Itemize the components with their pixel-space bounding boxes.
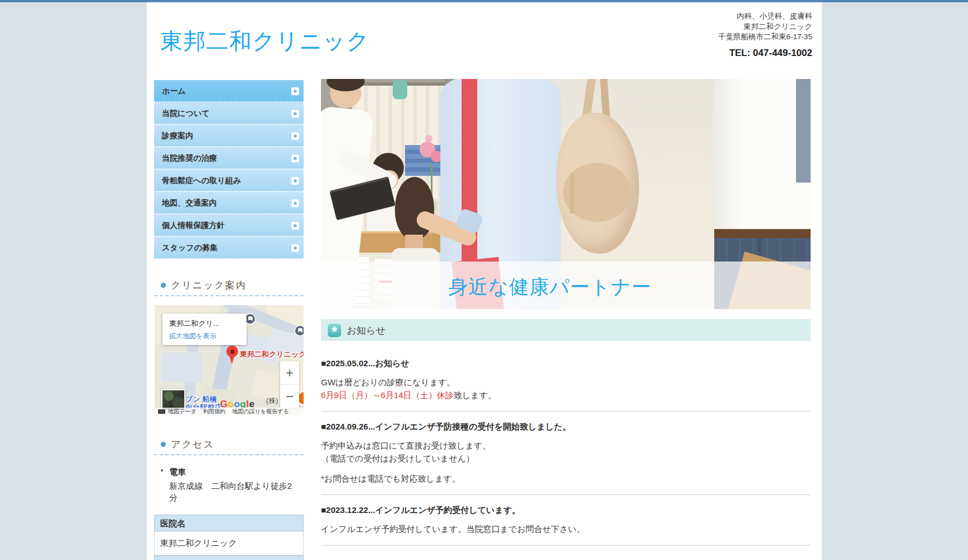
map-zoom-control: + − xyxy=(280,361,299,408)
clinic-guide-heading: クリニック案内 xyxy=(154,279,304,296)
news-item-line: *お問合せは電話でも対応致します。 xyxy=(321,472,811,485)
sidebar-nav-item[interactable]: 骨粗鬆症への取り組み xyxy=(154,170,304,192)
bullet-icon xyxy=(161,283,166,288)
header-departments: 内科、小児科、皮膚科 xyxy=(718,11,812,22)
sidebar-nav-item[interactable]: スタッフの募集 xyxy=(154,237,304,259)
chevron-right-icon xyxy=(291,199,299,207)
news-separator xyxy=(321,411,811,412)
page-container: 東邦二和クリニック 内科、小児科、皮膚科 東邦二和クリニック 千葉県船橋市二和東… xyxy=(147,2,822,560)
map-terms-link[interactable]: 利用規約 xyxy=(203,408,225,416)
hero-shape xyxy=(570,173,575,213)
sidebar-nav-item[interactable]: 地図、交通案内 xyxy=(154,192,304,214)
map-pin-icon[interactable] xyxy=(226,346,238,357)
news-item-line: （電話での受付はお受けしていません） xyxy=(321,452,811,465)
clinic-info-table: 医院名 東邦二和クリニック xyxy=(154,515,304,560)
map-embed[interactable]: 東邦二和クリ... 拡大地図を表示 東邦二和クリニック + − ブン 船橋 向台… xyxy=(155,305,304,416)
chevron-right-icon xyxy=(291,87,299,95)
map-info-card: 東邦二和クリ... 拡大地図を表示 xyxy=(162,314,246,345)
access-heading: アクセス xyxy=(154,438,304,455)
asterisk-icon xyxy=(328,324,341,337)
sidebar-nav-item-label: 当院について xyxy=(162,109,210,118)
news-item-title: ■2024.09.26...インフルエンザ予防接種の受付を開始致しました。 xyxy=(321,422,811,432)
sidebar-nav-item[interactable]: 診療案内 xyxy=(154,125,304,147)
chevron-right-icon xyxy=(291,222,299,230)
transit-station-icon[interactable] xyxy=(295,326,304,335)
sidebar-nav-item-label: 地図、交通案内 xyxy=(162,198,217,207)
news-bar-title: お知らせ xyxy=(347,324,385,337)
news-separator xyxy=(321,494,811,495)
map-enlarge-link[interactable]: 拡大地図を表示 xyxy=(169,332,240,341)
header-clinic-name: 東邦二和クリニック xyxy=(718,22,812,32)
site-logo[interactable]: 東邦二和クリニック xyxy=(160,26,370,57)
keyboard-icon xyxy=(158,409,165,414)
news-bar: お知らせ xyxy=(321,319,811,341)
header-phone: TEL: 047-449-1002 xyxy=(718,48,812,59)
news-separator xyxy=(321,545,811,545)
chevron-right-icon xyxy=(291,110,299,118)
map-report-link[interactable]: 地図の誤りを報告する xyxy=(232,408,288,416)
hero-photo: 身近な健康パートナー xyxy=(321,79,811,309)
sidebar-nav-item-label: ホーム xyxy=(162,86,186,95)
list-bullet-icon xyxy=(161,469,163,472)
news-list: ■2025.05.02...お知らせGWは暦どおりの診療になります。6月9日（月… xyxy=(321,358,811,556)
sidebar-nav-item-label: 当院推奨の治療 xyxy=(162,153,217,162)
sidebar-nav-item[interactable]: 当院について xyxy=(154,102,304,125)
map-info-title: 東邦二和クリ... xyxy=(169,319,240,329)
map-company-label: (株) xyxy=(266,396,278,406)
news-item-line: 6月9日（月）～6月14日（土）休診致します。 xyxy=(321,389,811,402)
clinic-table-value: 東邦二和クリニック xyxy=(154,531,304,556)
sidebar-nav-item-label: 個人情報保護方針 xyxy=(162,221,225,230)
header-address: 千葉県船橋市二和東6-17-35 xyxy=(718,32,812,43)
map-attribution-bar: 地図データ 利用規約 地図の誤りを報告する xyxy=(155,408,304,416)
access-mode-label: 電車 xyxy=(169,467,295,478)
header-contact-block: 内科、小児科、皮膚科 東邦二和クリニック 千葉県船橋市二和東6-17-35 TE… xyxy=(718,11,812,59)
access-detail: 新京成線 二和向台駅より徒歩2分 xyxy=(169,480,297,503)
map-data-link[interactable]: 地図データ xyxy=(168,408,196,416)
clinic-table-header: 医院名 xyxy=(154,515,304,531)
hero-caption-band: 身近な健康パートナー xyxy=(321,262,811,309)
sidebar-nav-item[interactable]: 個人情報保護方針 xyxy=(154,214,304,237)
news-item-title: ■2025.05.02...お知らせ xyxy=(321,358,811,368)
hero-shape xyxy=(796,79,811,183)
sidebar-nav-item[interactable]: ホーム xyxy=(154,80,304,102)
sidebar-nav: ホーム 当院について 診療案内 当院推奨の治療 骨粗鬆症への取り組み xyxy=(154,80,304,259)
chevron-right-icon xyxy=(291,132,299,140)
sidebar-nav-item-label: 骨粗鬆症への取り組み xyxy=(162,176,241,185)
access-heading-label: アクセス xyxy=(171,438,215,451)
sidebar-nav-item-label: 診療案内 xyxy=(162,131,193,140)
map-shape xyxy=(161,353,202,382)
chevron-right-icon xyxy=(291,155,299,162)
hero-shape xyxy=(393,80,407,99)
news-item-line: インフルエンザ予約受付しています。当院窓口までお問合せ下さい。 xyxy=(321,522,811,535)
map-zoom-out-button[interactable]: − xyxy=(280,385,299,408)
chevron-right-icon xyxy=(291,177,299,185)
news-item-line: GWは暦どおりの診療になります。 xyxy=(321,376,811,389)
map-zoom-in-button[interactable]: + xyxy=(280,361,299,385)
map-pin-label: 東邦二和クリニック xyxy=(240,349,304,360)
sidebar-nav-item-label: スタッフの募集 xyxy=(162,243,218,252)
news-item-title: ■2023.12.22...インフルエンザ予約受付しています。 xyxy=(321,505,811,515)
sidebar-nav-item[interactable]: 当院推奨の治療 xyxy=(154,147,304,170)
clinic-table-next-header xyxy=(154,556,304,560)
news-item-line: 予約申込みは窓口にて直接お受け致します。 xyxy=(321,439,811,452)
transit-station-icon[interactable] xyxy=(245,314,255,324)
access-train-block: 電車 新京成線 二和向台駅より徒歩2分 xyxy=(154,467,295,503)
hero-shape xyxy=(425,135,432,142)
bullet-icon xyxy=(161,442,166,447)
clinic-guide-heading-label: クリニック案内 xyxy=(171,279,246,292)
chevron-right-icon xyxy=(291,244,299,252)
hero-caption: 身近な健康パートナー xyxy=(448,274,651,300)
